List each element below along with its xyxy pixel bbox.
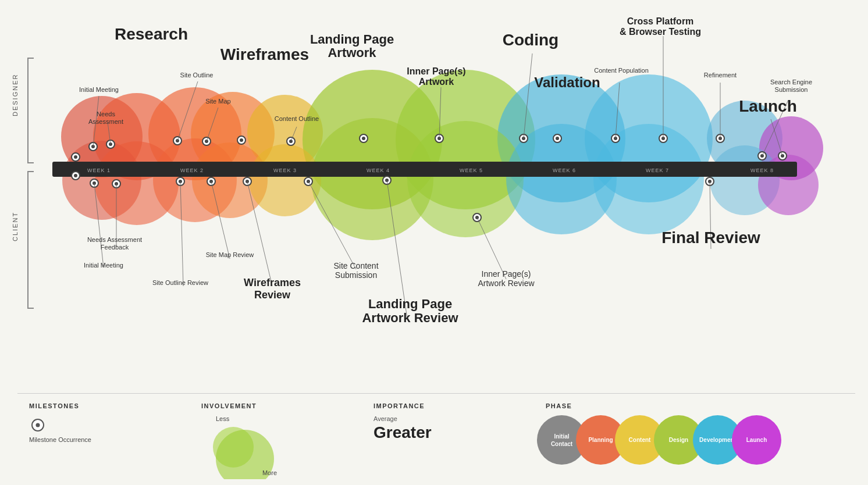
importance-average-label: Average <box>373 415 522 422</box>
svg-text:Content Population: Content Population <box>594 67 649 74</box>
involvement-title: INVOLVEMENT <box>201 402 350 409</box>
svg-text:Wireframes: Wireframes <box>244 277 301 288</box>
svg-text:Artwork: Artwork <box>328 45 376 60</box>
svg-text:Launch: Launch <box>739 97 797 115</box>
svg-text:Cross Platform: Cross Platform <box>627 16 694 26</box>
svg-text:WEEK 8: WEEK 8 <box>750 167 774 173</box>
svg-text:Search Engine: Search Engine <box>770 79 812 85</box>
svg-rect-24 <box>52 162 797 177</box>
svg-text:Final Review: Final Review <box>661 229 760 247</box>
svg-text:Site Content: Site Content <box>333 261 378 270</box>
svg-point-21 <box>593 124 704 234</box>
svg-text:Content Outline: Content Outline <box>275 115 319 122</box>
legend-involvement: INVOLVEMENT Less More <box>190 402 362 476</box>
svg-point-44 <box>240 138 243 142</box>
svg-text:Research: Research <box>115 25 188 43</box>
svg-text:Assessment: Assessment <box>88 118 123 125</box>
svg-text:Wireframes: Wireframes <box>220 45 309 63</box>
svg-text:WEEK 4: WEEK 4 <box>367 167 390 173</box>
svg-text:Validation: Validation <box>534 74 600 90</box>
svg-point-142 <box>36 423 40 427</box>
svg-text:Needs: Needs <box>97 110 115 117</box>
svg-text:Refinement: Refinement <box>704 72 737 79</box>
legend-milestones: MILESTONES Milestone Occurrence <box>17 402 190 476</box>
svg-text:Initial Meeting: Initial Meeting <box>79 86 119 93</box>
svg-point-34 <box>74 155 77 159</box>
svg-text:CLIENT: CLIENT <box>12 212 19 241</box>
svg-point-66 <box>74 174 77 177</box>
svg-text:Artwork Review: Artwork Review <box>362 311 458 325</box>
svg-text:Artwork Review: Artwork Review <box>478 279 535 288</box>
svg-text:WEEK 1: WEEK 1 <box>87 167 111 173</box>
svg-text:Landing Page: Landing Page <box>310 32 394 47</box>
svg-text:WEEK 2: WEEK 2 <box>180 167 204 173</box>
legend-importance: IMPORTANCE Average Greater <box>362 402 534 476</box>
svg-text:& Browser Testing: & Browser Testing <box>620 27 701 37</box>
svg-text:Review: Review <box>254 289 291 301</box>
svg-text:Site Map: Site Map <box>205 98 230 105</box>
svg-text:Feedback: Feedback <box>101 244 129 251</box>
importance-greater-label: Greater <box>373 423 522 442</box>
svg-text:WEEK 7: WEEK 7 <box>646 167 669 173</box>
svg-text:Site Outline Review: Site Outline Review <box>152 279 208 286</box>
svg-point-48 <box>362 137 365 140</box>
svg-text:DESIGNER: DESIGNER <box>12 74 19 116</box>
legend-phase: PHASE InitialContact Planning Content De… <box>534 402 855 476</box>
phase-title: PHASE <box>546 402 844 409</box>
importance-title: IMPORTANCE <box>373 402 522 409</box>
svg-text:Landing Page: Landing Page <box>368 297 452 311</box>
milestone-occurrence-label: Milestone Occurrence <box>29 436 91 443</box>
svg-text:Initial Meeting: Initial Meeting <box>84 262 123 269</box>
legend: MILESTONES Milestone Occurrence INVOLVEM… <box>17 393 855 476</box>
svg-text:WEEK 3: WEEK 3 <box>273 167 297 173</box>
svg-text:Submission: Submission <box>775 86 808 93</box>
svg-text:Coding: Coding <box>503 31 558 49</box>
svg-text:Needs Assessment: Needs Assessment <box>87 236 142 243</box>
phase-launch: Launch <box>732 415 781 465</box>
svg-text:WEEK 6: WEEK 6 <box>553 167 576 173</box>
svg-text:Inner Page(s): Inner Page(s) <box>407 66 465 76</box>
svg-text:Artwork: Artwork <box>419 77 454 87</box>
involvement-more-label: More <box>262 469 277 476</box>
svg-text:Site Outline: Site Outline <box>180 72 214 79</box>
milestones-title: MILESTONES <box>29 402 178 409</box>
svg-text:Site Map Review: Site Map Review <box>206 251 254 258</box>
svg-text:WEEK 5: WEEK 5 <box>460 167 483 173</box>
svg-text:Submission: Submission <box>335 270 377 280</box>
svg-text:Inner Page(s): Inner Page(s) <box>482 269 531 279</box>
svg-point-54 <box>556 137 559 140</box>
